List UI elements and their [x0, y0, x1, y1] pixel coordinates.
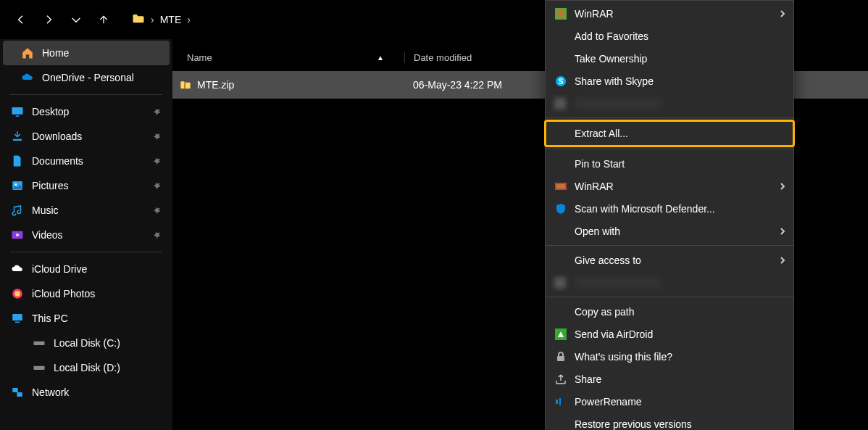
menu-item-blurred-1[interactable]: [546, 92, 793, 115]
menu-label: Give access to: [575, 255, 641, 266]
menu-divider: [546, 245, 793, 246]
svg-rect-17: [17, 392, 22, 397]
winrar-icon: [554, 180, 567, 193]
svg-rect-1: [12, 107, 23, 115]
menu-item-powerrename[interactable]: PowerRename: [546, 390, 793, 413]
sidebar-item-local-c[interactable]: Local Disk (C:): [3, 331, 170, 355]
menu-label: WinRAR: [575, 181, 614, 192]
icloud-photos-icon: [10, 286, 25, 301]
chevron-right-icon: [779, 226, 786, 237]
menu-item-skype[interactable]: S Share with Skype: [546, 70, 793, 92]
sidebar-item-music[interactable]: Music: [3, 198, 170, 223]
chevron-right-icon: [779, 8, 786, 20]
breadcrumb-item[interactable]: MTE: [160, 14, 182, 25]
menu-divider: [546, 297, 793, 297]
menu-item-give-access[interactable]: Give access to: [546, 249, 793, 271]
menu-item-winrar[interactable]: WinRAR: [546, 2, 793, 25]
pin-icon: [152, 181, 162, 191]
menu-label: WinRAR: [575, 8, 614, 20]
column-date[interactable]: Date modified: [404, 52, 549, 63]
skype-icon: S: [554, 75, 567, 88]
forward-button[interactable]: [36, 7, 61, 32]
menu-label: Share with Skype: [575, 75, 654, 87]
blurred-icon: [554, 277, 566, 289]
svg-rect-29: [559, 398, 561, 405]
pin-icon: [152, 205, 162, 215]
svg-rect-2: [16, 115, 20, 117]
menu-item-open-with[interactable]: Open with: [546, 220, 793, 242]
svg-point-5: [14, 183, 17, 186]
svg-rect-10: [12, 314, 22, 321]
menu-label: Send via AirDroid: [575, 328, 653, 340]
up-button[interactable]: [91, 7, 116, 32]
sidebar-item-label: Desktop: [32, 106, 145, 117]
sidebar-item-label: Music: [32, 204, 145, 216]
sidebar-item-icloud-drive[interactable]: iCloud Drive: [3, 257, 170, 281]
menu-item-extract-all[interactable]: Extract All...: [546, 121, 793, 146]
back-button[interactable]: [9, 7, 33, 32]
menu-label: Pin to Start: [575, 158, 625, 170]
sidebar-item-network[interactable]: Network: [3, 380, 170, 405]
recent-dropdown[interactable]: [64, 7, 88, 32]
menu-item-restore[interactable]: Restore previous versions: [546, 413, 793, 430]
file-name: MTE.zip: [191, 79, 404, 91]
menu-label: What's using this file?: [575, 351, 672, 363]
pin-icon: [152, 230, 162, 240]
sidebar-item-icloud-photos[interactable]: iCloud Photos: [3, 281, 170, 306]
svg-rect-20: [557, 10, 564, 17]
column-label: Date modified: [414, 52, 472, 63]
separator: [10, 252, 162, 252]
sidebar-item-desktop[interactable]: Desktop: [3, 99, 170, 124]
svg-rect-3: [13, 139, 22, 141]
sidebar-item-label: Videos: [32, 229, 145, 241]
nav-buttons: [9, 7, 116, 32]
desktop-icon: [10, 104, 25, 119]
menu-item-add-favorites[interactable]: Add to Favorites: [546, 25, 793, 47]
onedrive-icon: [20, 70, 35, 85]
menu-item-winrar2[interactable]: WinRAR: [546, 175, 793, 197]
folder-icon: [132, 12, 145, 28]
sidebar-item-onedrive[interactable]: OneDrive - Personal: [3, 65, 170, 90]
svg-rect-28: [556, 400, 558, 404]
menu-item-copy-path[interactable]: Copy as path: [546, 300, 793, 323]
menu-label: Take Ownership: [575, 53, 647, 65]
menu-item-share[interactable]: Share: [546, 368, 793, 390]
pictures-icon: [10, 178, 25, 193]
menu-item-blurred-2[interactable]: [546, 271, 793, 294]
svg-point-15: [42, 368, 43, 369]
context-menu: WinRAR Add to Favorites Take Ownership S…: [545, 0, 794, 430]
lock-icon: [554, 350, 567, 363]
sidebar-item-this-pc[interactable]: This PC: [3, 306, 170, 331]
menu-label: Share: [575, 373, 601, 385]
sidebar-item-home[interactable]: Home: [3, 41, 170, 65]
menu-item-take-ownership[interactable]: Take Ownership: [546, 47, 793, 70]
svg-text:S: S: [559, 78, 564, 86]
menu-item-whats-using[interactable]: What's using this file?: [546, 345, 793, 368]
sidebar-item-label: Documents: [32, 155, 145, 167]
menu-label: Copy as path: [575, 306, 635, 318]
sidebar-item-label: iCloud Drive: [32, 263, 162, 275]
column-name[interactable]: Name ▲: [172, 52, 404, 63]
sidebar-item-videos[interactable]: Videos: [3, 223, 170, 247]
shield-icon: [554, 202, 567, 215]
sidebar-item-downloads[interactable]: Downloads: [3, 124, 170, 149]
menu-item-airdroid[interactable]: Send via AirDroid: [546, 323, 793, 345]
blurred-icon: [554, 98, 566, 109]
menu-label: Scan with Microsoft Defender...: [575, 203, 715, 215]
sidebar: Home OneDrive - Personal Desktop Downloa…: [0, 39, 172, 430]
home-icon: [20, 46, 35, 60]
menu-label: Add to Favorites: [575, 30, 648, 42]
sidebar-item-pictures[interactable]: Pictures: [3, 173, 170, 198]
network-icon: [10, 385, 25, 400]
svg-point-13: [42, 343, 43, 344]
share-icon: [554, 373, 567, 386]
sidebar-item-label: Pictures: [32, 180, 145, 191]
sidebar-item-label: iCloud Photos: [32, 288, 162, 299]
sidebar-item-documents[interactable]: Documents: [3, 149, 170, 173]
menu-item-defender[interactable]: Scan with Microsoft Defender...: [546, 197, 793, 220]
powerrename-icon: [554, 395, 567, 408]
file-date: 06-May-23 4:22 PM: [404, 79, 549, 91]
svg-rect-24: [556, 184, 565, 189]
sidebar-item-local-d[interactable]: Local Disk (D:): [3, 355, 170, 380]
menu-item-pin-start[interactable]: Pin to Start: [546, 152, 793, 175]
